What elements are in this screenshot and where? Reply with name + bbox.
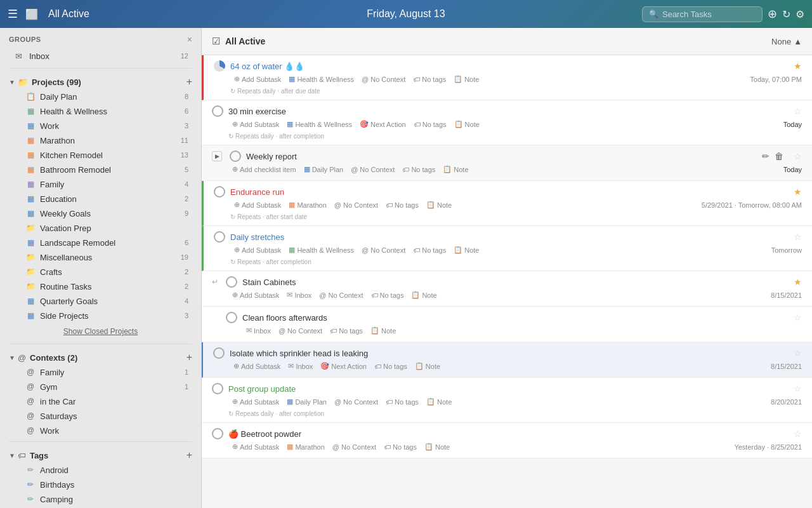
- note-btn[interactable]: 📋 Note: [450, 244, 483, 255]
- add-subtask-btn[interactable]: ⊕ Add Subtask: [230, 199, 285, 210]
- sidebar-item-crafts[interactable]: 📁 Crafts 2: [4, 265, 197, 279]
- add-subtask-btn[interactable]: ⊕ Add Subtask: [230, 74, 285, 84]
- context-btn[interactable]: 🎯 Next Action: [356, 119, 410, 130]
- context-btn[interactable]: @ No Context: [358, 74, 409, 84]
- note-btn[interactable]: 📋 Note: [411, 361, 444, 371]
- task-edit-icon[interactable]: ✏: [762, 151, 769, 161]
- task-star-icon[interactable]: ☆: [794, 151, 802, 161]
- task-title[interactable]: Post group update: [228, 384, 783, 394]
- sidebar-tag-android[interactable]: ✏ Android: [4, 463, 197, 477]
- task-title[interactable]: Clean floors afterwards: [242, 313, 783, 323]
- tags-btn[interactable]: 🏷 No tags: [370, 361, 411, 371]
- settings-icon[interactable]: ⚙: [796, 8, 804, 20]
- task-delete-icon[interactable]: 🗑: [775, 151, 783, 161]
- project-btn[interactable]: ▦ Health & Wellness: [285, 244, 358, 255]
- sidebar-item-bathroom-remodel[interactable]: ▦ Bathroom Remodel 5: [4, 163, 197, 177]
- task-checkbox[interactable]: [212, 428, 223, 439]
- sidebar-tag-camping[interactable]: ✏ Camping: [4, 492, 197, 506]
- context-btn[interactable]: @ No Context: [329, 442, 380, 452]
- show-closed-projects[interactable]: Show Closed Projects: [0, 323, 201, 340]
- add-subtask-btn[interactable]: ⊕ Add Subtask: [228, 119, 283, 130]
- sort-control[interactable]: None ▲: [771, 37, 802, 46]
- task-star-icon[interactable]: ☆: [794, 384, 802, 394]
- tags-add-icon[interactable]: +: [187, 450, 192, 461]
- task-title[interactable]: 🍎 Beetroot powder: [228, 429, 783, 439]
- sidebar-item-daily-plan[interactable]: 📋 Daily Plan 8: [4, 90, 197, 104]
- task-star-icon[interactable]: ☆: [794, 429, 802, 439]
- sidebar-context-car[interactable]: @ in the Car: [4, 394, 197, 408]
- context-btn[interactable]: @ No Context: [358, 245, 409, 255]
- sidebar-close-icon[interactable]: ×: [187, 34, 192, 44]
- task-checkbox[interactable]: [226, 276, 237, 288]
- note-btn[interactable]: 📋 Note: [439, 164, 472, 175]
- task-checkbox[interactable]: [212, 383, 223, 394]
- sidebar-context-saturdays[interactable]: @ Saturdays: [4, 409, 197, 423]
- view-icon[interactable]: ⬜: [25, 8, 38, 20]
- tags-btn[interactable]: 🏷 No tags: [410, 119, 450, 130]
- search-input[interactable]: [662, 10, 751, 19]
- note-btn[interactable]: 📋 Note: [367, 325, 400, 336]
- tags-btn[interactable]: 🏷 No tags: [382, 397, 422, 407]
- projects-add-icon[interactable]: +: [187, 76, 192, 88]
- add-subtask-btn[interactable]: ⊕ Add Subtask: [228, 290, 283, 300]
- task-star-icon[interactable]: ★: [794, 187, 802, 197]
- tags-btn[interactable]: 🏷 No tags: [326, 326, 367, 336]
- task-title[interactable]: Weekly report: [246, 152, 757, 161]
- context-btn[interactable]: 🎯 Next Action: [317, 361, 370, 371]
- sidebar-item-quarterly-goals[interactable]: ▦ Quarterly Goals 4: [4, 294, 197, 308]
- sidebar-item-landscape-remodel[interactable]: ▦ Landscape Remodel 6: [4, 236, 197, 250]
- task-title[interactable]: Daily stretches: [230, 232, 783, 242]
- contexts-group-header[interactable]: ▼ @ Contexts (2) +: [0, 348, 201, 364]
- project-btn[interactable]: ✉ Inbox: [242, 325, 275, 336]
- expand-btn[interactable]: ▶: [212, 151, 222, 161]
- sidebar-context-gym[interactable]: @ Gym 1: [4, 380, 197, 394]
- sidebar-item-weekly-goals[interactable]: ▦ Weekly Goals 9: [4, 206, 197, 220]
- search-box[interactable]: 🔍: [642, 6, 763, 22]
- sidebar-item-marathon[interactable]: ▦ Marathon 11: [4, 133, 197, 147]
- task-checkbox[interactable]: [226, 312, 237, 323]
- add-checklist-btn[interactable]: ⊕ Add checklist item: [228, 164, 300, 175]
- task-star-icon[interactable]: ★: [794, 277, 802, 287]
- task-title[interactable]: 30 min exercise: [228, 107, 783, 116]
- sidebar-item-vacation-prep[interactable]: 📁 Vacation Prep: [4, 221, 197, 235]
- project-btn[interactable]: ✉ Inbox: [283, 290, 315, 300]
- sidebar-item-work[interactable]: ▦ Work 3: [4, 119, 197, 133]
- sidebar-item-miscellaneous[interactable]: 📁 Miscellaneous 19: [4, 250, 197, 264]
- sidebar-context-work[interactable]: @ Work: [4, 424, 197, 438]
- task-title[interactable]: Stain Cabinets: [242, 277, 783, 287]
- note-btn[interactable]: 📋 Note: [422, 396, 455, 407]
- sidebar-item-inbox[interactable]: ✉ Inbox 12: [4, 48, 197, 64]
- add-subtask-btn[interactable]: ⊕ Add Subtask: [228, 396, 283, 407]
- tags-btn[interactable]: 🏷 No tags: [409, 245, 450, 255]
- add-task-icon[interactable]: ⊕: [768, 7, 777, 21]
- task-star-icon[interactable]: ☆: [794, 106, 802, 116]
- tags-group-header[interactable]: ▼ 🏷 Tags +: [0, 446, 201, 462]
- note-btn[interactable]: 📋 Note: [422, 199, 455, 210]
- menu-icon[interactable]: ☰: [8, 7, 18, 21]
- add-subtask-btn[interactable]: ⊕ Add Subtask: [230, 361, 284, 371]
- tags-btn[interactable]: 🏷 No tags: [398, 164, 439, 175]
- sidebar-item-health-wellness[interactable]: ▦ Health & Wellness 6: [4, 104, 197, 118]
- task-checkbox[interactable]: [214, 186, 225, 197]
- context-btn[interactable]: @ No Context: [331, 397, 382, 407]
- sidebar-item-education[interactable]: ▦ Education 2: [4, 192, 197, 206]
- context-btn[interactable]: @ No Context: [347, 164, 398, 175]
- project-btn[interactable]: ▦ Marathon: [283, 441, 328, 452]
- sync-icon[interactable]: ↻: [782, 8, 790, 20]
- sidebar-item-side-projects[interactable]: ▦ Side Projects 3: [4, 309, 197, 323]
- projects-group-header[interactable]: ▼ 📁 Projects (99) +: [0, 72, 201, 89]
- add-subtask-btn[interactable]: ⊕ Add Subtask: [230, 244, 285, 255]
- task-star-icon[interactable]: ★: [794, 61, 802, 71]
- project-btn[interactable]: ▦ Health & Wellness: [285, 74, 358, 84]
- note-btn[interactable]: 📋 Note: [407, 290, 440, 300]
- task-checkbox[interactable]: [214, 231, 225, 243]
- task-title[interactable]: Endurance run: [230, 187, 783, 197]
- task-title[interactable]: Isolate which sprinkler head is leaking: [230, 349, 783, 358]
- add-subtask-btn[interactable]: ⊕ Add Subtask: [228, 441, 283, 452]
- note-btn[interactable]: 📋 Note: [450, 74, 483, 84]
- sidebar-item-family[interactable]: ▦ Family 4: [4, 177, 197, 191]
- tags-btn[interactable]: 🏷 No tags: [380, 442, 421, 452]
- project-btn[interactable]: ✉ Inbox: [284, 361, 317, 371]
- tags-btn[interactable]: 🏷 No tags: [367, 290, 408, 300]
- project-btn[interactable]: ▦ Marathon: [285, 199, 330, 210]
